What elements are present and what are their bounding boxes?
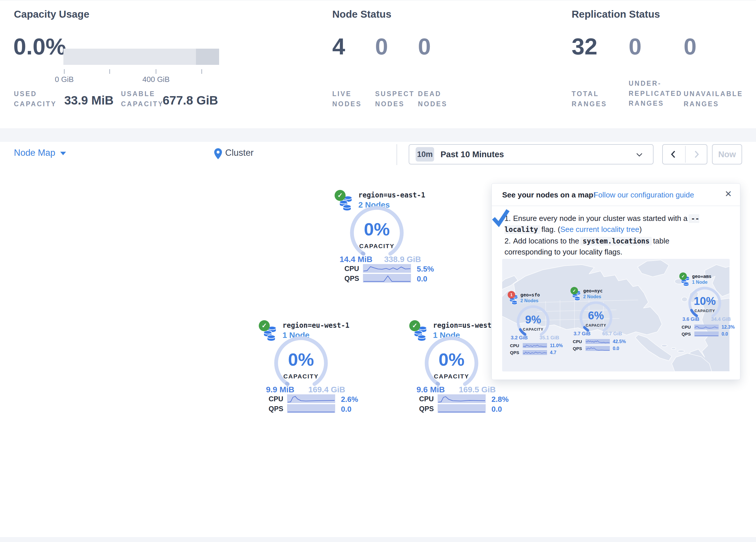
- qps-metric-row: QPS 0.0: [260, 404, 347, 414]
- cpu-value: 2.6%: [341, 395, 358, 404]
- cpu-value: 12.3%: [722, 325, 735, 330]
- capacity-used: 9.9 MiB: [260, 385, 300, 394]
- qps-sparkline: [287, 404, 335, 413]
- usable-capacity-value: 677.8 GiB: [163, 93, 218, 107]
- time-forward-button[interactable]: [686, 145, 708, 164]
- capacity-usage-percent: 0.0%: [13, 34, 66, 59]
- capacity-percent: 0%: [348, 219, 406, 239]
- cpu-value: 42.5%: [613, 339, 626, 344]
- step-number: 2.: [504, 236, 511, 245]
- qps-label: QPS: [682, 332, 691, 337]
- qps-label: QPS: [419, 405, 434, 413]
- node-map-canvas: ✓ region=us-east-1 2 Nodes 0% CAPACITY 1…: [0, 167, 756, 537]
- axis-tick: [201, 69, 202, 74]
- used-capacity-value: 33.9 MiB: [64, 93, 113, 107]
- capacity-reserved-segment: [196, 49, 219, 65]
- suspect-nodes-label: SUSPECT NODES: [375, 89, 423, 109]
- qps-sparkline: [363, 274, 411, 283]
- qps-metric-row: QPS 4.7: [508, 350, 567, 355]
- qps-label: QPS: [344, 275, 359, 283]
- cpu-label: CPU: [682, 325, 691, 330]
- time-range-label: Past 10 Minutes: [441, 145, 504, 164]
- qps-metric-row: QPS 0.0: [410, 404, 497, 414]
- dead-nodes-label: DEAD NODES: [418, 89, 457, 109]
- config-step-1: 1.Ensure every node in your cluster was …: [504, 213, 715, 235]
- used-capacity-label: USED CAPACITY: [14, 89, 63, 109]
- qps-label: QPS: [510, 350, 519, 355]
- step-text: Add locations to the: [513, 236, 579, 245]
- cpu-sparkline: [586, 339, 610, 344]
- capacity-usable: 65.7 GiB: [596, 331, 628, 337]
- healthy-status-icon: ✓: [259, 320, 270, 331]
- capacity-usable: 35.1 GiB: [533, 335, 566, 341]
- caret-down-icon: [60, 152, 66, 155]
- healthy-status-icon: ✓: [570, 287, 578, 295]
- cpu-label: CPU: [510, 343, 519, 348]
- capacity-usable: 34.4 GiB: [705, 317, 737, 322]
- code-chip: system.locations: [580, 237, 652, 245]
- capacity-percent: 0%: [423, 349, 480, 370]
- replication-status-title: Replication Status: [572, 8, 660, 20]
- locality-card-eu-west-1[interactable]: ✓ region=eu-west-1 1 Node 0% CAPACITY 9.…: [260, 319, 347, 415]
- close-icon[interactable]: ✕: [725, 189, 732, 199]
- capacity-label: CAPACITY: [687, 309, 723, 313]
- qps-value: 0.0: [613, 346, 619, 351]
- cpu-label: CPU: [344, 264, 359, 273]
- unavailable-count: 0: [684, 34, 697, 59]
- qps-sparkline: [586, 346, 610, 351]
- axis-tick-label: 0 GiB: [55, 75, 74, 84]
- suspect-nodes-count: 0: [375, 34, 388, 59]
- step-text: ): [639, 225, 642, 234]
- locality-name: region=us-east-1: [358, 191, 425, 199]
- cpu-label: CPU: [573, 339, 582, 344]
- now-button[interactable]: Now: [712, 144, 742, 164]
- configuration-guide-link[interactable]: Follow our configuration guide: [594, 190, 694, 199]
- time-range-select[interactable]: 10m Past 10 Minutes: [409, 144, 654, 164]
- cpu-value: 2.8%: [491, 395, 509, 404]
- capacity-used: 3.2 GiB: [505, 335, 533, 341]
- qps-sparkline: [523, 350, 547, 355]
- map-locality-geo-sfo[interactable]: 1 geo=sfo 2 Nodes 9% CAPACITY 3.2 GiB 35…: [508, 291, 567, 357]
- live-nodes-label: LIVE NODES: [332, 89, 370, 109]
- capacity-usage-title: Capacity Usage: [14, 8, 89, 20]
- locality-card-us-west-1[interactable]: ✓ region=us-west-1 1 Node 0% CAPACITY 9.…: [410, 319, 497, 415]
- check-icon: ✓: [412, 322, 417, 330]
- map-locality-geo-nyc[interactable]: ✓ geo=nyc 2 Nodes 6% CAPACITY 3.7 GiB 65…: [570, 287, 630, 352]
- cluster-summary-bar: Capacity Usage 0.0% 0 GiB 400 GiB USED C…: [0, 0, 756, 129]
- cpu-metric-row: CPU 12.3%: [679, 325, 739, 330]
- locality-tree-link[interactable]: See current locality tree: [560, 225, 639, 234]
- locality-name: geo=nyc: [583, 288, 603, 294]
- locality-name: geo=sfo: [520, 292, 540, 298]
- cpu-metric-row: CPU 42.5%: [570, 339, 630, 344]
- qps-metric-row: QPS 0.0: [679, 332, 739, 337]
- capacity-used: 14.4 MiB: [336, 255, 376, 264]
- map-configuration-popup: See your nodes on a map! Follow our conf…: [491, 183, 740, 380]
- unavailable-label: UNAVAILABLE RANGES: [684, 89, 747, 109]
- cpu-sparkline: [363, 264, 411, 273]
- popup-divider: [492, 205, 740, 206]
- now-button-label: Now: [713, 145, 742, 164]
- cpu-metric-row: CPU 2.6%: [260, 394, 347, 404]
- locality-card-us-east-1[interactable]: ✓ region=us-east-1 2 Nodes 0% CAPACITY 1…: [336, 188, 423, 284]
- step-text: flag. (: [542, 225, 560, 234]
- popup-title: See your nodes on a map!: [502, 190, 596, 199]
- capacity-used: 9.6 MiB: [410, 385, 451, 394]
- capacity-label: CAPACITY: [272, 373, 330, 380]
- map-locality-geo-ams[interactable]: ✓ geo=ams 1 Node 10% CAPACITY 3.6 GiB 34…: [679, 272, 739, 338]
- healthy-status-icon: ✓: [409, 320, 420, 331]
- axis-tick-label: 400 GiB: [142, 75, 170, 84]
- time-step-buttons: [662, 144, 707, 164]
- live-nodes-count: 4: [332, 34, 345, 59]
- cpu-sparkline: [438, 394, 486, 403]
- under-replicated-count: 0: [629, 34, 642, 59]
- total-ranges-count: 32: [572, 34, 597, 59]
- cpu-sparkline: [523, 343, 547, 348]
- capacity-usable: 338.9 GiB: [380, 255, 425, 264]
- capacity-label: CAPACITY: [423, 373, 480, 380]
- chevron-right-icon: [694, 150, 699, 158]
- node-map-dropdown[interactable]: Node Map: [14, 148, 55, 158]
- capacity-usage-bar: [63, 49, 219, 65]
- locality-name: region=eu-west-1: [282, 322, 349, 330]
- time-back-button[interactable]: [663, 145, 685, 164]
- chevron-left-icon: [671, 150, 676, 158]
